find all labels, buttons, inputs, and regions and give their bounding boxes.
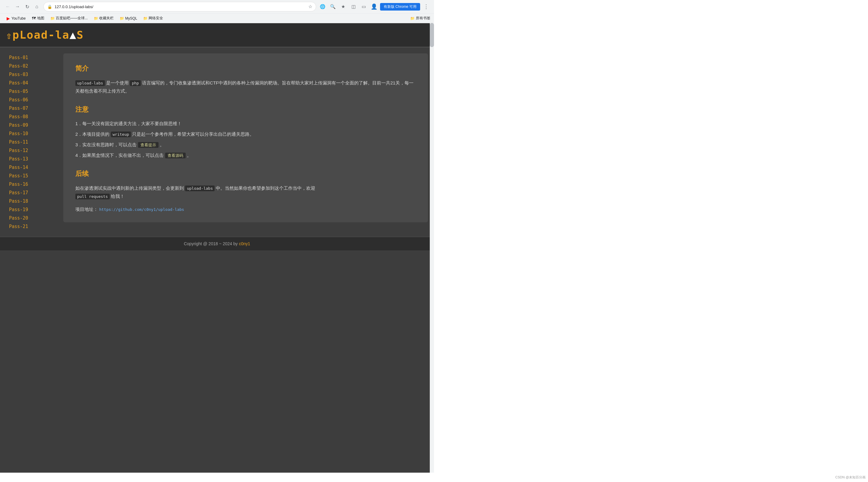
- maps-icon: 🗺: [32, 16, 36, 21]
- sidebar-item-pass12[interactable]: Pass-12: [0, 146, 57, 155]
- forward-button[interactable]: →: [13, 2, 22, 11]
- folder-icon-1: 📁: [50, 16, 55, 21]
- sidebar-item-pass06[interactable]: Pass-06: [0, 95, 57, 104]
- sidebar-item-pass05[interactable]: Pass-05: [0, 87, 57, 95]
- sidebar-item-pass08[interactable]: Pass-08: [0, 113, 57, 121]
- profile-icon[interactable]: 👤: [370, 2, 378, 11]
- source-button[interactable]: 查看源码: [165, 152, 186, 158]
- bookmark-favorites-label: 收藏夹栏: [99, 16, 114, 21]
- bookmarks-right[interactable]: 📁 所有书签: [410, 16, 430, 21]
- sidebar-item-pass11[interactable]: Pass-11: [0, 138, 57, 146]
- followup-paragraph-2: pull requests 给我！: [75, 192, 416, 200]
- translate-icon[interactable]: 🌐: [318, 2, 327, 11]
- project-label: 项目地址：: [75, 207, 98, 212]
- github-link[interactable]: https://github.com/c0ny1/upload-labs: [99, 207, 184, 212]
- logo-text: pLoad-la: [12, 29, 69, 41]
- bookmark-security-label: 网络安全: [149, 16, 163, 21]
- note-4-text2: 。: [187, 152, 191, 158]
- bookmark-maps[interactable]: 🗺 地图: [29, 15, 47, 21]
- followup-text3: 给我！: [111, 194, 124, 199]
- main-layout: Pass-01 Pass-02 Pass-03 Pass-04 Pass-05 …: [0, 47, 434, 237]
- sidebar-item-pass19[interactable]: Pass-19: [0, 205, 57, 214]
- nav-buttons: ← → ↻ ⌂: [4, 2, 41, 11]
- hint-button[interactable]: 查看提示: [138, 142, 158, 148]
- note-title: 注意: [75, 104, 416, 115]
- upload-labs-code-1: upload-labs: [75, 80, 105, 86]
- sidebar-item-pass02[interactable]: Pass-02: [0, 62, 57, 70]
- content-card: 简介 upload-labs 是一个使用 php 语言编写的，专门收集渗透测试和…: [63, 53, 428, 222]
- menu-icon[interactable]: ⋮: [422, 2, 430, 11]
- upload-labs-code-2: upload-labs: [185, 186, 215, 191]
- sidebar-item-pass15[interactable]: Pass-15: [0, 172, 57, 180]
- writeup-code: writeup: [111, 132, 131, 137]
- note-item-3: 3．实在没有思路时，可以点击 查看提示 。: [75, 141, 416, 149]
- followup-paragraph-1: 如在渗透测试实战中遇到新的上传漏洞类型，会更新到 upload-labs 中。当…: [75, 184, 416, 192]
- bookmark-baidu[interactable]: 📁 百度贴吧——全球...: [48, 15, 90, 21]
- url-input[interactable]: [55, 4, 306, 9]
- logo-end: S: [76, 29, 84, 41]
- content-area: 简介 upload-labs 是一个使用 php 语言编写的，专门收集渗透测试和…: [57, 47, 434, 237]
- intro-paragraph: upload-labs 是一个使用 php 语言编写的，专门收集渗透测试和CTF…: [75, 79, 416, 95]
- home-button[interactable]: ⌂: [33, 2, 41, 11]
- star-icon[interactable]: ☆: [308, 4, 312, 9]
- bookmark-favorites[interactable]: 📁 收藏夹栏: [91, 15, 116, 21]
- sidebar-item-pass01[interactable]: Pass-01: [0, 53, 57, 62]
- site-logo: ⇧pLoad-la▲S: [6, 29, 428, 41]
- scrollbar-track[interactable]: [430, 23, 434, 473]
- sidebar-item-pass21[interactable]: Pass-21: [0, 222, 57, 231]
- followup-title: 后续: [75, 168, 416, 180]
- lock-icon: 🔒: [47, 4, 52, 9]
- note-4-text1: 4．如果黑盒情况下，实在做不出，可以点击: [75, 152, 164, 158]
- followup-text2: 中。当然如果你也希望参加到这个工作当中，欢迎: [216, 186, 315, 191]
- page-wrapper: ⇧pLoad-la▲S Pass-01 Pass-02 Pass-03 Pass…: [0, 23, 434, 473]
- intro-text1: 是一个使用: [106, 80, 130, 85]
- note-item-1: 1．每一关没有固定的通关方法，大家不要自限思维！: [75, 119, 416, 127]
- php-code: php: [130, 80, 141, 86]
- extensions-icon[interactable]: ◫: [349, 2, 358, 11]
- note-1-text: 1．每一关没有固定的通关方法，大家不要自限思维！: [75, 121, 182, 126]
- address-bar[interactable]: 🔒 ☆: [43, 2, 316, 11]
- sidebar-item-pass14[interactable]: Pass-14: [0, 163, 57, 172]
- sidebar-item-pass10[interactable]: Pass-10: [0, 130, 57, 138]
- note-3-text2: 。: [160, 142, 164, 147]
- note-list: 1．每一关没有固定的通关方法，大家不要自限思维！ 2．本项目提供的 writeu…: [75, 119, 416, 159]
- bookmark-youtube[interactable]: ▶ YouTube: [4, 16, 28, 21]
- site-header: ⇧pLoad-la▲S: [0, 23, 434, 47]
- bookmark-youtube-label: YouTube: [11, 16, 26, 21]
- bookmark-security[interactable]: 📁 网络安全: [141, 15, 165, 21]
- note-2-text2: 只是起一个参考作用，希望大家可以分享出自己的通关思路。: [132, 132, 254, 137]
- sidebar-item-pass13[interactable]: Pass-13: [0, 155, 57, 163]
- search-icon[interactable]: 🔍: [329, 2, 337, 11]
- folder-icon-4: 📁: [143, 16, 147, 21]
- logo-arrow: ⇧: [6, 30, 12, 41]
- all-bookmarks-label: 所有书签: [416, 16, 430, 21]
- sidebar-item-pass07[interactable]: Pass-07: [0, 104, 57, 113]
- split-screen-icon[interactable]: ▭: [360, 2, 368, 11]
- sidebar-item-pass09[interactable]: Pass-09: [0, 121, 57, 130]
- note-item-4: 4．如果黑盒情况下，实在做不出，可以点击 查看源码 。: [75, 151, 416, 159]
- toolbar-right: 🌐 🔍 ★ ◫ ▭ 👤 有新版 Chrome 可用 ⋮: [318, 2, 430, 11]
- back-button[interactable]: ←: [4, 2, 12, 11]
- bookmark-star-icon[interactable]: ★: [339, 2, 347, 11]
- bookmark-mysql[interactable]: 📁 MySQL: [117, 16, 140, 21]
- sidebar-item-pass04[interactable]: Pass-04: [0, 79, 57, 87]
- chrome-update-button[interactable]: 有新版 Chrome 可用: [380, 3, 420, 10]
- bookmarks-bar: ▶ YouTube 🗺 地图 📁 百度贴吧——全球... 📁 收藏夹栏 📁 My…: [0, 13, 434, 23]
- reload-button[interactable]: ↻: [23, 2, 31, 11]
- scrollbar-thumb[interactable]: [430, 23, 434, 47]
- footer-text: Copyright @ 2018 ~ 2024 by: [184, 241, 239, 246]
- browser-toolbar: ← → ↻ ⌂ 🔒 ☆ 🌐 🔍 ★ ◫ ▭ 👤 有新版 Chrome 可用 ⋮: [0, 0, 434, 13]
- sidebar-item-pass16[interactable]: Pass-16: [0, 180, 57, 189]
- youtube-icon: ▶: [6, 16, 10, 21]
- sidebar: Pass-01 Pass-02 Pass-03 Pass-04 Pass-05 …: [0, 47, 57, 237]
- note-item-2: 2．本项目提供的 writeup 只是起一个参考作用，希望大家可以分享出自己的通…: [75, 130, 416, 138]
- note-2-text1: 2．本项目提供的: [75, 132, 110, 137]
- sidebar-item-pass18[interactable]: Pass-18: [0, 197, 57, 205]
- project-address: 项目地址： https://github.com/c0ny1/upload-la…: [75, 205, 416, 213]
- followup-text1: 如在渗透测试实战中遇到新的上传漏洞类型，会更新到: [75, 186, 184, 191]
- sidebar-item-pass03[interactable]: Pass-03: [0, 70, 57, 79]
- sidebar-item-pass17[interactable]: Pass-17: [0, 189, 57, 197]
- sidebar-item-pass20[interactable]: Pass-20: [0, 214, 57, 222]
- footer-brand: c0ny1: [239, 241, 250, 246]
- browser-chrome: ← → ↻ ⌂ 🔒 ☆ 🌐 🔍 ★ ◫ ▭ 👤 有新版 Chrome 可用 ⋮: [0, 0, 434, 23]
